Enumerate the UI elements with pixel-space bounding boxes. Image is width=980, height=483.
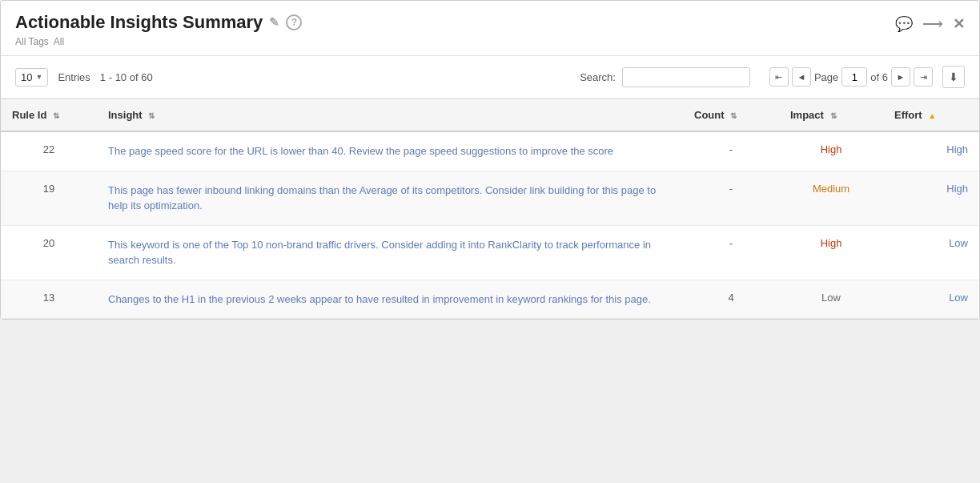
breadcrumb: All Tags All xyxy=(15,36,302,47)
widget-header: Actionable Insights Summary ✎ ? All Tags… xyxy=(1,1,979,56)
cell-effort: Low xyxy=(883,280,979,319)
table-body: 22 The page speed score for the URL is l… xyxy=(1,131,979,319)
sort-count-icon: ⇅ xyxy=(730,111,737,120)
pagination: ⇤ ◄ Page of 6 ► ⇥ xyxy=(769,67,933,87)
edit-icon[interactable]: ✎ xyxy=(269,15,279,30)
entries-label: Entries xyxy=(58,71,90,83)
cell-ruleid: 13 xyxy=(1,280,97,319)
entries-range: 1 - 10 of 60 xyxy=(100,71,153,83)
cell-effort: High xyxy=(883,171,979,225)
header-actions: 💬 ⟶ ✕ xyxy=(895,12,965,33)
search-input[interactable] xyxy=(622,67,750,87)
col-count[interactable]: Count ⇅ xyxy=(683,99,779,132)
cell-count: - xyxy=(683,171,779,225)
download-button[interactable]: ⬇ xyxy=(942,66,965,88)
cell-insight: This page has fewer inbound linking doma… xyxy=(97,171,683,225)
last-page-button[interactable]: ⇥ xyxy=(914,67,933,87)
close-icon[interactable]: ✕ xyxy=(953,15,965,33)
header-title-group: Actionable Insights Summary ✎ ? xyxy=(15,12,302,33)
col-impact[interactable]: Impact ⇅ xyxy=(779,99,883,132)
page-of: of 6 xyxy=(870,71,888,83)
cell-impact: Medium xyxy=(779,171,883,225)
subtitle-tags[interactable]: All Tags xyxy=(15,36,49,47)
download-icon: ⬇ xyxy=(949,70,958,83)
col-insight[interactable]: Insight ⇅ xyxy=(97,99,683,132)
widget-container: Actionable Insights Summary ✎ ? All Tags… xyxy=(0,0,980,320)
cell-impact: High xyxy=(779,225,883,280)
entries-value: 10 xyxy=(21,71,32,83)
search-section: Search: xyxy=(580,67,750,87)
header-left: Actionable Insights Summary ✎ ? All Tags… xyxy=(15,12,302,47)
table-row: 20 This keyword is one of the Top 10 non… xyxy=(1,225,979,280)
cell-effort: Low xyxy=(883,225,979,280)
search-label: Search: xyxy=(580,71,616,83)
col-effort[interactable]: Effort ▲ xyxy=(883,99,979,132)
dropdown-arrow-icon: ▼ xyxy=(35,73,42,81)
cell-ruleid: 20 xyxy=(1,225,97,280)
help-icon[interactable]: ? xyxy=(286,14,302,30)
header-row: Rule Id ⇅ Insight ⇅ Count ⇅ Impact ⇅ Eff… xyxy=(1,99,979,132)
page-title: Actionable Insights Summary xyxy=(15,12,263,33)
cell-effort: High xyxy=(883,131,979,171)
cell-count: 4 xyxy=(683,280,779,319)
sort-impact-icon: ⇅ xyxy=(830,111,837,120)
sort-ruleid-icon: ⇅ xyxy=(53,111,59,120)
first-page-button[interactable]: ⇤ xyxy=(769,67,789,87)
table-row: 19 This page has fewer inbound linking d… xyxy=(1,171,979,225)
entries-select[interactable]: 10 ▼ xyxy=(15,68,48,87)
data-table: Rule Id ⇅ Insight ⇅ Count ⇅ Impact ⇅ Eff… xyxy=(1,99,979,319)
next-page-button[interactable]: ► xyxy=(891,67,910,87)
cell-count: - xyxy=(683,225,779,280)
prev-page-button[interactable]: ◄ xyxy=(792,67,811,87)
cell-impact: Low xyxy=(779,280,883,319)
table-row: 13 Changes to the H1 in the previous 2 w… xyxy=(1,280,979,319)
cell-insight: The page speed score for the URL is lowe… xyxy=(97,131,683,171)
page-label: Page xyxy=(814,71,838,83)
comment-icon[interactable]: 💬 xyxy=(895,15,913,33)
sort-effort-icon: ▲ xyxy=(928,111,936,120)
subtitle-all[interactable]: All xyxy=(54,36,64,47)
cell-insight: Changes to the H1 in the previous 2 week… xyxy=(97,280,683,319)
table-row: 22 The page speed score for the URL is l… xyxy=(1,131,979,171)
page-number-input[interactable] xyxy=(841,67,867,87)
controls-bar: 10 ▼ Entries 1 - 10 of 60 Search: ⇤ ◄ Pa… xyxy=(1,56,979,99)
col-rule-id[interactable]: Rule Id ⇅ xyxy=(1,99,97,132)
sort-insight-icon: ⇅ xyxy=(148,111,155,120)
arrow-icon[interactable]: ⟶ xyxy=(922,15,943,33)
cell-count: - xyxy=(683,131,779,171)
table-header: Rule Id ⇅ Insight ⇅ Count ⇅ Impact ⇅ Eff… xyxy=(1,99,979,132)
cell-ruleid: 22 xyxy=(1,131,97,171)
cell-insight: This keyword is one of the Top 10 non-br… xyxy=(97,225,683,280)
cell-ruleid: 19 xyxy=(1,171,97,225)
cell-impact: High xyxy=(779,131,883,171)
